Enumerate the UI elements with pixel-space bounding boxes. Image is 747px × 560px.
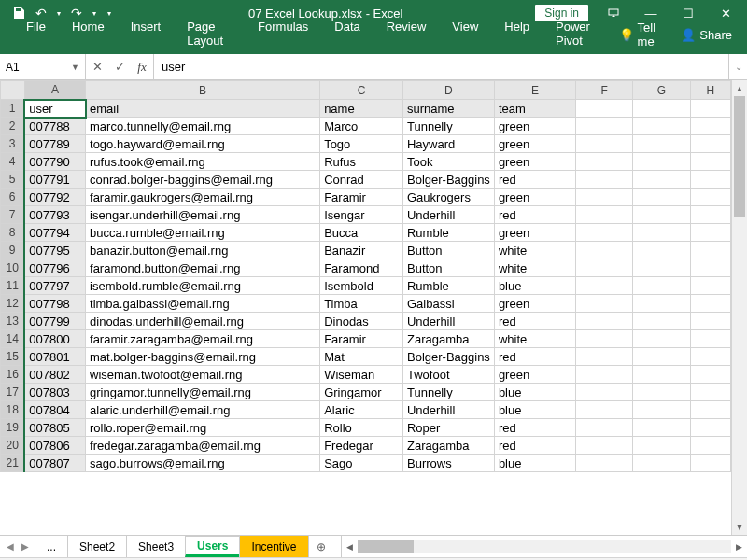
- cell-H8[interactable]: [690, 224, 730, 242]
- cell-B8[interactable]: bucca.rumble@email.rng: [86, 224, 320, 242]
- row-header-3[interactable]: 3: [1, 135, 25, 153]
- cell-D6[interactable]: Gaukrogers: [402, 189, 494, 206]
- cell-E7[interactable]: red: [494, 206, 575, 224]
- cell-C4[interactable]: Rufus: [320, 153, 403, 171]
- cell-H3[interactable]: [690, 135, 730, 153]
- sheet-tab-users[interactable]: Users: [185, 536, 240, 557]
- cell-B6[interactable]: faramir.gaukrogers@email.rng: [86, 189, 320, 206]
- cell-F17[interactable]: [576, 384, 633, 401]
- cell-C12[interactable]: Timba: [320, 295, 403, 313]
- cell-H17[interactable]: [690, 384, 730, 401]
- cell-B11[interactable]: isembold.rumble@email.rng: [86, 277, 320, 295]
- cell-B19[interactable]: rollo.roper@email.rng: [86, 419, 320, 437]
- cell-C2[interactable]: Marco: [320, 118, 403, 135]
- cell-B21[interactable]: sago.burrows@email.rng: [86, 455, 320, 472]
- scroll-down-icon[interactable]: ▼: [732, 519, 747, 535]
- cell-B18[interactable]: alaric.underhill@email.rng: [86, 401, 320, 419]
- cell-E20[interactable]: red: [494, 437, 575, 455]
- cell-H2[interactable]: [690, 118, 730, 135]
- cell-D3[interactable]: Hayward: [402, 135, 494, 153]
- cell-F16[interactable]: [576, 366, 633, 384]
- expand-formula-icon[interactable]: ⌄: [728, 54, 747, 79]
- cell-H19[interactable]: [690, 419, 730, 437]
- cell-G16[interactable]: [633, 366, 690, 384]
- cell-C19[interactable]: Rollo: [320, 419, 403, 437]
- cell-E5[interactable]: red: [494, 171, 575, 189]
- cell-G1[interactable]: [633, 100, 690, 118]
- cell-A6[interactable]: 007792: [24, 189, 85, 206]
- vertical-scrollbar[interactable]: ▲ ▼: [731, 80, 747, 535]
- ribbon-tab-home[interactable]: Home: [59, 14, 118, 54]
- row-header-1[interactable]: 1: [1, 100, 25, 118]
- cell-G19[interactable]: [633, 419, 690, 437]
- cell-E8[interactable]: green: [494, 224, 575, 242]
- cell-D9[interactable]: Button: [402, 242, 494, 259]
- row-header-19[interactable]: 19: [1, 419, 25, 437]
- cell-E13[interactable]: red: [494, 313, 575, 330]
- cell-A2[interactable]: 007788: [24, 118, 85, 135]
- share-button[interactable]: 👤Share: [673, 22, 740, 48]
- cell-G3[interactable]: [633, 135, 690, 153]
- cell-A1[interactable]: user: [24, 100, 85, 118]
- cell-D1[interactable]: surname: [402, 100, 494, 118]
- cell-C18[interactable]: Alaric: [320, 401, 403, 419]
- cell-E11[interactable]: blue: [494, 277, 575, 295]
- cell-E17[interactable]: blue: [494, 384, 575, 401]
- cell-H6[interactable]: [690, 189, 730, 206]
- column-header-H[interactable]: H: [690, 81, 730, 100]
- row-header-15[interactable]: 15: [1, 348, 25, 366]
- cell-A17[interactable]: 007803: [24, 384, 85, 401]
- cell-E3[interactable]: green: [494, 135, 575, 153]
- select-all-corner[interactable]: [1, 81, 25, 100]
- cell-C13[interactable]: Dinodas: [320, 313, 403, 330]
- cell-B12[interactable]: timba.galbassi@email.rng: [86, 295, 320, 313]
- cell-C20[interactable]: Fredegar: [320, 437, 403, 455]
- cell-F6[interactable]: [576, 189, 633, 206]
- cell-C3[interactable]: Togo: [320, 135, 403, 153]
- column-header-C[interactable]: C: [320, 81, 403, 100]
- cell-A19[interactable]: 007805: [24, 419, 85, 437]
- cell-G14[interactable]: [633, 330, 690, 348]
- row-header-9[interactable]: 9: [1, 242, 25, 259]
- cell-G2[interactable]: [633, 118, 690, 135]
- name-box[interactable]: A1 ▼: [0, 54, 86, 79]
- cell-D18[interactable]: Underhill: [402, 401, 494, 419]
- row-header-10[interactable]: 10: [1, 259, 25, 277]
- column-header-F[interactable]: F: [576, 81, 633, 100]
- sheet-tab-incentive[interactable]: Incentive: [239, 536, 308, 557]
- cell-F12[interactable]: [576, 295, 633, 313]
- cell-G21[interactable]: [633, 455, 690, 472]
- cell-B2[interactable]: marco.tunnelly@email.rng: [86, 118, 320, 135]
- scroll-right-icon[interactable]: ▶: [731, 542, 747, 552]
- row-header-8[interactable]: 8: [1, 224, 25, 242]
- cell-F21[interactable]: [576, 455, 633, 472]
- cell-H10[interactable]: [690, 259, 730, 277]
- cell-D7[interactable]: Underhill: [402, 206, 494, 224]
- cell-B5[interactable]: conrad.bolger-baggins@email.rng: [86, 171, 320, 189]
- cell-H13[interactable]: [690, 313, 730, 330]
- cell-E18[interactable]: blue: [494, 401, 575, 419]
- row-header-18[interactable]: 18: [1, 401, 25, 419]
- cell-E6[interactable]: green: [494, 189, 575, 206]
- row-header-7[interactable]: 7: [1, 206, 25, 224]
- row-header-21[interactable]: 21: [1, 455, 25, 472]
- cell-A20[interactable]: 007806: [24, 437, 85, 455]
- cell-C7[interactable]: Isengar: [320, 206, 403, 224]
- cell-B14[interactable]: faramir.zaragamba@email.rng: [86, 330, 320, 348]
- cell-G8[interactable]: [633, 224, 690, 242]
- cell-E21[interactable]: blue: [494, 455, 575, 472]
- cell-H15[interactable]: [690, 348, 730, 366]
- cell-G13[interactable]: [633, 313, 690, 330]
- cell-A7[interactable]: 007793: [24, 206, 85, 224]
- sheet-tab-sheet2[interactable]: Sheet2: [67, 536, 127, 557]
- cell-A11[interactable]: 007797: [24, 277, 85, 295]
- cell-G7[interactable]: [633, 206, 690, 224]
- cell-A18[interactable]: 007804: [24, 401, 85, 419]
- cell-D12[interactable]: Galbassi: [402, 295, 494, 313]
- column-header-B[interactable]: B: [86, 81, 320, 100]
- row-header-14[interactable]: 14: [1, 330, 25, 348]
- cell-F5[interactable]: [576, 171, 633, 189]
- cell-B13[interactable]: dinodas.underhill@email.rng: [86, 313, 320, 330]
- column-header-D[interactable]: D: [402, 81, 494, 100]
- cell-C8[interactable]: Bucca: [320, 224, 403, 242]
